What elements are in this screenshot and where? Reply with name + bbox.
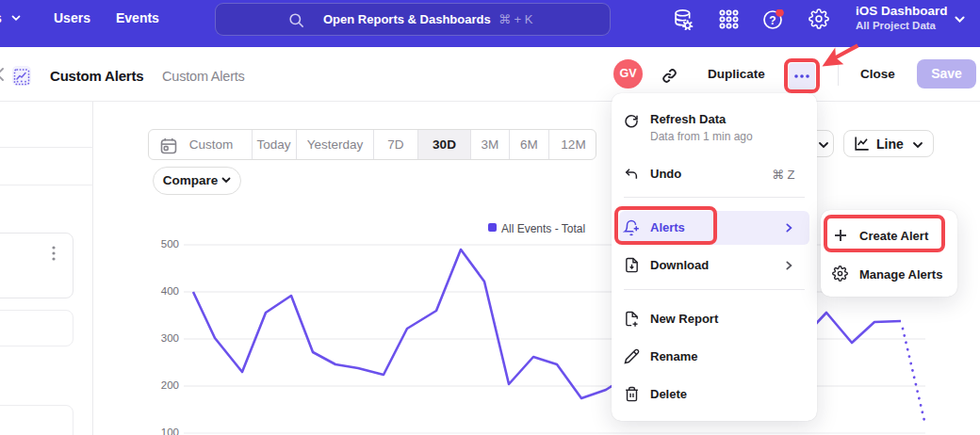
svg-text:?: ? [769,14,776,27]
